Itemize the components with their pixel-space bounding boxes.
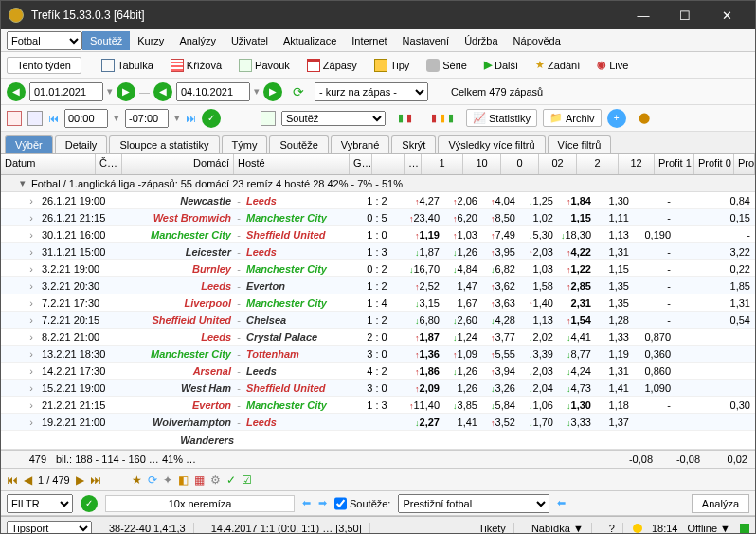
tipy-button[interactable]: Tipy [368, 56, 416, 75]
tipsport-select[interactable]: Tipsport [7, 521, 92, 535]
refresh-icon[interactable]: ⟳ [286, 81, 311, 102]
col-02[interactable]: 02 [539, 154, 577, 174]
coin-icon[interactable]: ⬤ [632, 109, 657, 127]
serie-button[interactable]: Série [420, 56, 474, 75]
menu-uživatel[interactable]: Uživatel [224, 31, 276, 50]
date-to-next[interactable]: ▶ [263, 82, 282, 101]
table-row[interactable]: ›3.2.21 20:30Leeds-Everton1 : 22,521,473… [1, 277, 755, 294]
prev-page-icon[interactable]: ◀ [24, 473, 32, 487]
sport-select[interactable]: Fotbal [7, 31, 82, 50]
filtr-select[interactable]: FILTR [7, 494, 73, 513]
table-row[interactable]: ›3.2.21 19:00Burnley-Manchester City0 : … [1, 260, 755, 277]
last-icon[interactable]: ⏭ [186, 113, 196, 124]
arrow-left-icon[interactable]: ⬅ [302, 497, 311, 509]
col-0[interactable]: 0 [501, 154, 539, 174]
menu-nastavení[interactable]: Nastavení [395, 31, 458, 50]
next-page-icon[interactable]: ▶ [76, 473, 84, 487]
table-row[interactable]: ›14.2.21 17:30Arsenal-Leeds4 : 21,861,26… [1, 363, 755, 380]
date-from-input[interactable] [29, 82, 103, 101]
tab-2[interactable]: Sloupce a statistiky [109, 135, 219, 153]
col-10[interactable]: 10 [463, 154, 501, 174]
reload-icon[interactable]: ⟳ [148, 473, 157, 487]
menu-nápověda[interactable]: Nápověda [506, 31, 568, 50]
col-p1[interactable]: Profit 1 [655, 154, 694, 174]
prestiz-select[interactable]: Prestižní fotbal [398, 494, 549, 513]
period-label[interactable]: Tento týden [7, 57, 81, 74]
col-c[interactable]: Č… [96, 154, 122, 174]
table-row[interactable]: ›21.2.21 21:15Everton-Manchester City1 :… [1, 397, 755, 414]
table-row[interactable]: ›19.2.21 21:00Wolverhampton-Leeds2,271,4… [1, 414, 755, 431]
archiv-button[interactable]: 📁Archiv [543, 109, 602, 127]
filter-go-icon[interactable]: ✓ [81, 495, 98, 512]
zadani-button[interactable]: ★Zadání [529, 56, 586, 74]
col-2[interactable]: 2 [577, 154, 619, 174]
gear-icon[interactable]: ⚙ [210, 473, 221, 487]
close-button[interactable]: ✕ [706, 1, 747, 29]
star-icon[interactable]: ★ [132, 473, 142, 487]
first-icon[interactable]: ⏮ [48, 113, 59, 124]
menu-soutěž[interactable]: Soutěž [82, 31, 130, 50]
col-hoste[interactable]: Hosté [234, 154, 350, 174]
collapse-icon[interactable]: ▾ [20, 177, 26, 189]
check2-icon[interactable]: ☑ [242, 473, 252, 487]
date-from-next[interactable]: ▶ [117, 82, 135, 101]
filter-mid[interactable]: 10x neremíza [105, 495, 295, 512]
chart1-icon[interactable]: ▮▮ [391, 109, 419, 127]
col-v[interactable]: … [405, 154, 422, 174]
kurz-select[interactable]: - kurz na zápas - [315, 82, 428, 101]
zapasy-button[interactable]: Zápasy [300, 56, 364, 75]
table-row[interactable]: ›7.2.21 20:15Sheffield United-Chelsea1 :… [1, 312, 755, 329]
date-to-prev[interactable]: ◀ [153, 82, 172, 101]
tool1-icon[interactable]: ✦ [163, 473, 172, 487]
souteze-check[interactable]: Soutěže: [334, 494, 390, 513]
sq-icon[interactable] [261, 111, 276, 126]
dalsi-button[interactable]: ▶Další [477, 56, 525, 74]
table-row[interactable]: ›26.1.21 19:00Newcastle-Leeds1 : 24,272,… [1, 192, 755, 209]
arrow2-icon[interactable]: ⬅ [557, 497, 566, 509]
time2-input[interactable] [125, 109, 169, 128]
plus-icon[interactable]: + [607, 109, 626, 128]
table-row[interactable]: ›30.1.21 16:00Manchester City-Sheffield … [1, 226, 755, 243]
table-row[interactable]: ›31.1.21 15:00Leicester-Leeds1 : 31,871,… [1, 243, 755, 260]
chart2-icon[interactable]: ▮▮▮ [424, 109, 460, 127]
tabulka-button[interactable]: Tabulka [95, 56, 160, 75]
tab-8[interactable]: Více filtrů [548, 135, 612, 153]
maximize-button[interactable]: ☐ [664, 1, 706, 29]
cal-icon[interactable] [7, 111, 22, 126]
tool3-icon[interactable]: ▦ [194, 473, 205, 487]
arrow-right-icon[interactable]: ➡ [318, 497, 327, 509]
col-p0[interactable]: Profit 0 [694, 154, 734, 174]
tab-5[interactable]: Vybrané [331, 135, 390, 153]
last-page-icon[interactable]: ⏭ [90, 473, 101, 487]
minimize-button[interactable]: — [622, 1, 664, 29]
table-row[interactable]: ›26.1.21 21:15West Bromwich-Manchester C… [1, 209, 755, 226]
tab-6[interactable]: Skrýt [391, 135, 436, 153]
col-datum[interactable]: Datum [1, 154, 96, 174]
menu-internet[interactable]: Internet [344, 31, 394, 50]
tab-7[interactable]: Výsledky více filtrů [438, 135, 545, 153]
krizova-button[interactable]: Křížová [164, 56, 228, 75]
col-g[interactable]: G… [350, 154, 372, 174]
col-12[interactable]: 12 [619, 154, 655, 174]
date-from-prev[interactable]: ◀ [7, 82, 26, 101]
table-row[interactable]: ›15.2.21 19:00West Ham-Sheffield United3… [1, 380, 755, 397]
statistiky-button[interactable]: 📈Statistiky [466, 109, 537, 127]
offline-button[interactable]: Offline ▼ [687, 523, 730, 534]
menu-analýzy[interactable]: Analýzy [171, 31, 224, 50]
live-button[interactable]: ◉Live [590, 56, 635, 74]
first-page-icon[interactable]: ⏮ [7, 473, 18, 487]
tab-0[interactable]: Výběr [5, 135, 53, 153]
tab-3[interactable]: Týmy [222, 135, 268, 153]
tikety-button[interactable]: Tikety [471, 523, 514, 534]
tool2-icon[interactable]: ◧ [178, 473, 189, 487]
ok-icon[interactable]: ✓ [202, 109, 221, 128]
table-row[interactable]: ›7.2.21 17:30Liverpool-Manchester City1 … [1, 294, 755, 312]
group-row[interactable]: ▾ Fotbal / 1.anglická liga -zápasů: 55 d… [1, 175, 755, 192]
time1-input[interactable] [64, 109, 108, 128]
col-p2[interactable]: Profit 2 [734, 154, 755, 174]
grid-icon[interactable] [27, 111, 43, 126]
pavouk-button[interactable]: Pavouk [232, 56, 297, 75]
check-icon[interactable]: ✓ [226, 473, 236, 487]
tab-4[interactable]: Soutěže [269, 135, 328, 153]
menu-aktualizace[interactable]: Aktualizace [276, 31, 344, 50]
